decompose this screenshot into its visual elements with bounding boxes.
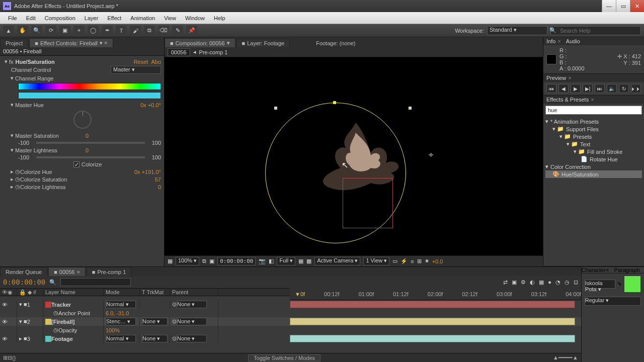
prev-frame-button[interactable]: ◀ bbox=[558, 84, 569, 93]
viewer-timecode[interactable]: 0:00:00:00 bbox=[217, 257, 256, 265]
parent-select[interactable]: None ▾ bbox=[177, 335, 207, 342]
hand-tool[interactable]: ✋ bbox=[17, 26, 28, 36]
timeline-search-input[interactable] bbox=[60, 278, 131, 286]
menu-composition[interactable]: Composition bbox=[41, 14, 79, 22]
playhead-marker[interactable]: ▼0f bbox=[295, 291, 305, 297]
stopwatch-icon[interactable]: ◷ bbox=[15, 184, 20, 190]
composition-viewer[interactable]: ✛ ↖ bbox=[165, 57, 543, 255]
nav-back-icon[interactable]: ◂ bbox=[193, 49, 196, 55]
play-button[interactable]: ▶ bbox=[571, 84, 581, 93]
tab-render-queue[interactable]: Render Queue bbox=[0, 267, 47, 276]
tree-fill-stroke[interactable]: ▾ 📁 Fill and Stroke bbox=[545, 148, 642, 155]
fx-toggle-icon[interactable]: fx bbox=[9, 59, 14, 65]
clone-tool[interactable]: ⧉ bbox=[144, 26, 155, 36]
viewer-safe-icon[interactable]: ▣ bbox=[209, 258, 214, 264]
effects-presets-search[interactable] bbox=[545, 106, 642, 115]
layer-bar-tracker[interactable] bbox=[290, 301, 575, 308]
tab-project[interactable]: Project bbox=[0, 39, 28, 47]
layer-color-chip[interactable] bbox=[45, 302, 51, 308]
tab-footage[interactable]: Footage: (none) bbox=[311, 39, 360, 47]
transparency-grid-icon[interactable]: ▦ bbox=[298, 258, 303, 264]
resolution-select[interactable]: Full ▾ bbox=[277, 257, 295, 265]
rotate-tool[interactable]: ⟳ bbox=[45, 26, 56, 36]
pen-tool[interactable]: ✒ bbox=[102, 26, 113, 36]
tab-character[interactable]: Character bbox=[582, 267, 606, 273]
menu-effect[interactable]: Effect bbox=[103, 14, 125, 22]
timeline-foot-icon[interactable]: ⊟ bbox=[8, 354, 12, 361]
show-channel-icon[interactable]: ◧ bbox=[269, 258, 274, 264]
trkmat-select[interactable]: None ▾ bbox=[142, 335, 168, 342]
tracker-region[interactable] bbox=[343, 178, 393, 228]
timeline-tool-icon[interactable]: ⊡ bbox=[574, 279, 578, 286]
effect-name[interactable]: Hue/Saturation bbox=[16, 59, 55, 65]
tree-color-correction[interactable]: ▾ Color Correction bbox=[545, 163, 642, 170]
timeline-tracks[interactable] bbox=[290, 300, 575, 353]
disclosure-icon[interactable]: ▾ bbox=[9, 147, 15, 153]
timeline-zoom-slider[interactable]: ▲━━━━▲ bbox=[553, 354, 578, 361]
transform-handle[interactable] bbox=[409, 107, 412, 110]
tree-animation-presets[interactable]: ▾ * Animation Presets bbox=[545, 118, 642, 125]
menu-window[interactable]: Window bbox=[181, 14, 209, 22]
timeline-timecode[interactable]: 0:00:00:00 bbox=[3, 278, 45, 286]
mode-select[interactable]: Stenc… ▾ bbox=[106, 318, 136, 325]
master-lightness-slider[interactable] bbox=[36, 156, 145, 158]
tab-info[interactable]: Info bbox=[546, 38, 555, 44]
last-frame-button[interactable]: ⏭ bbox=[595, 84, 605, 93]
shape-tool[interactable]: ◯ bbox=[88, 26, 99, 36]
parent-select[interactable]: None ▾ bbox=[177, 301, 207, 308]
colorize-saturation-value[interactable]: 57 bbox=[155, 176, 161, 183]
timeline-search-icon[interactable]: 🔍 bbox=[49, 279, 56, 286]
disclosure-icon[interactable]: ▾ bbox=[9, 75, 15, 81]
type-tool[interactable]: T bbox=[116, 26, 127, 36]
tab-composition[interactable]: ■ Composition: 00056 ▾ bbox=[165, 38, 235, 47]
timeline-tool-icon[interactable]: ▣ bbox=[512, 279, 517, 286]
tree-rotate-hue[interactable]: 📄 Rotate Hue bbox=[545, 155, 642, 163]
tree-presets[interactable]: ▾ 📁 Presets bbox=[545, 133, 642, 140]
master-saturation-slider[interactable] bbox=[36, 142, 145, 144]
pan-behind-tool[interactable]: ⌖ bbox=[73, 26, 85, 36]
camera-tool[interactable]: ▣ bbox=[59, 26, 70, 36]
opacity-value[interactable]: 100% bbox=[106, 327, 120, 333]
menu-layer[interactable]: Layer bbox=[80, 14, 103, 22]
font-style-select[interactable]: Regular ▾ bbox=[585, 297, 641, 306]
snapshot-icon[interactable]: 📷 bbox=[259, 258, 266, 264]
viewer-grid-icon[interactable]: ▦ bbox=[168, 258, 173, 264]
disclosure-icon[interactable]: ▾ bbox=[9, 102, 15, 108]
transform-handle[interactable] bbox=[274, 107, 277, 110]
tab-comp-00056[interactable]: ■ 00056 × bbox=[48, 267, 86, 276]
hue-spectrum-strip[interactable] bbox=[18, 83, 161, 90]
workspace-select[interactable]: Standard ▾ bbox=[487, 26, 547, 35]
toggle-switches-button[interactable]: Toggle Switches / Modes bbox=[248, 354, 320, 361]
menu-view[interactable]: View bbox=[160, 14, 180, 22]
tab-audio[interactable]: Audio bbox=[566, 38, 580, 44]
layer-bar-footage[interactable] bbox=[290, 335, 575, 342]
tab-preview[interactable]: Preview bbox=[546, 75, 566, 81]
timeline-tool-icon[interactable]: ▦ bbox=[539, 279, 544, 286]
tab-paragraph[interactable]: Paragraph bbox=[614, 267, 640, 273]
zoom-tool-icon[interactable]: 🔍 bbox=[31, 26, 42, 36]
timeline-tool-icon[interactable]: ◔ bbox=[555, 279, 560, 286]
menu-help[interactable]: Help bbox=[210, 14, 229, 22]
layer-color-chip[interactable] bbox=[45, 336, 51, 342]
disclosure-icon[interactable]: ▾ bbox=[3, 58, 9, 65]
trkmat-select[interactable]: None ▾ bbox=[142, 318, 168, 325]
views-select[interactable]: 1 View ▾ bbox=[363, 257, 389, 265]
loop-button[interactable]: ↻ bbox=[619, 84, 629, 93]
timeline-icon[interactable]: ≡ bbox=[411, 258, 414, 264]
anchor-point-value[interactable]: 6.0, -31.0 bbox=[106, 310, 129, 316]
roto-tool[interactable]: ✎ bbox=[172, 26, 183, 36]
zoom-select[interactable]: 100% ▾ bbox=[176, 257, 199, 265]
text-fill-color[interactable] bbox=[624, 276, 641, 293]
first-frame-button[interactable]: ⏮ bbox=[546, 84, 556, 93]
exposure-value[interactable]: +0.0 bbox=[432, 258, 443, 264]
colorize-checkbox[interactable]: ✓ bbox=[73, 161, 79, 167]
tab-effects-presets[interactable]: Effects & Presets bbox=[546, 97, 589, 103]
timeline-tool-icon[interactable]: ◷ bbox=[565, 279, 570, 286]
effect-reset-link[interactable]: Reset bbox=[134, 59, 148, 65]
timeline-tool-icon[interactable]: ◐ bbox=[530, 279, 535, 286]
fast-preview-icon[interactable]: ⚡ bbox=[400, 258, 408, 264]
brush-tool[interactable]: 🖌 bbox=[130, 26, 141, 36]
maximize-button[interactable]: ▭ bbox=[616, 0, 630, 12]
tab-precomp1[interactable]: ■ Pre-comp 1 bbox=[87, 267, 132, 276]
selection-tool[interactable]: ▲ bbox=[3, 26, 14, 36]
